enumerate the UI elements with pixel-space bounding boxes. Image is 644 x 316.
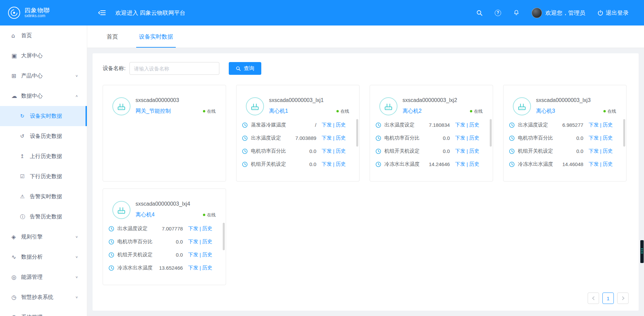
time-circle-icon xyxy=(509,122,515,128)
clock-icon: ◷ xyxy=(11,294,21,301)
sidebar-item-data-analysis[interactable]: ∿ 数据分析 ∨ xyxy=(0,247,87,267)
action-divider: | xyxy=(200,252,201,258)
search-button[interactable]: 查询 xyxy=(229,62,261,75)
sidebar-item-alarm-realtime-data[interactable]: ⚠ 告警实时数据 xyxy=(0,187,87,207)
sidebar-item-device-history-data[interactable]: ↺ 设备历史数据 xyxy=(0,126,87,146)
send-link[interactable]: 下发 xyxy=(455,161,465,167)
data-row: 蒸发器冷媒温度 / 下发|历史 xyxy=(236,118,359,131)
history-link[interactable]: 历史 xyxy=(202,252,212,258)
send-link[interactable]: 下发 xyxy=(589,161,599,167)
send-link[interactable]: 下发 xyxy=(455,122,465,128)
action-divider: | xyxy=(333,161,334,167)
send-link[interactable]: 下发 xyxy=(589,122,599,128)
page-number-button[interactable]: 1 xyxy=(602,293,614,304)
sidebar-item-product-center[interactable]: ⊞ 产品中心 ∨ xyxy=(0,66,87,86)
status-text: 在线 xyxy=(474,108,483,114)
action-divider: | xyxy=(600,122,601,128)
filter-row: 设备名称: 查询 xyxy=(103,62,629,75)
history-link[interactable]: 历史 xyxy=(469,161,479,167)
page-scrollbar[interactable] xyxy=(640,0,644,316)
user-menu[interactable]: 欢迎您，管理员 xyxy=(532,8,585,18)
row-label: 机组开关机设定 xyxy=(251,161,286,167)
send-link[interactable]: 下发 xyxy=(322,148,332,154)
sidebar-item-label: 规则引擎 xyxy=(21,233,43,241)
sidebar-item-home[interactable]: ⌂ 首页 xyxy=(0,25,87,46)
device-name-link[interactable]: 网关_节能控制 xyxy=(136,108,171,115)
send-link[interactable]: 下发 xyxy=(455,148,465,154)
send-link[interactable]: 下发 xyxy=(589,148,599,154)
logout-button[interactable]: 退出登录 xyxy=(597,9,629,17)
chevron-down-icon: ∨ xyxy=(75,275,78,279)
device-name-input[interactable] xyxy=(129,62,219,75)
scrollbar-thumb[interactable] xyxy=(640,240,644,263)
send-link[interactable]: 下发 xyxy=(589,135,599,141)
row-label: 蒸发器冷媒温度 xyxy=(251,122,286,128)
history-link[interactable]: 历史 xyxy=(469,135,479,141)
card-scrollbar-thumb[interactable] xyxy=(356,119,358,147)
send-link[interactable]: 下发 xyxy=(322,161,332,167)
power-icon xyxy=(597,10,603,16)
sidebar-item-alarm-history-data[interactable]: ⓘ 告警历史数据 xyxy=(0,207,87,227)
menu-fold-icon[interactable] xyxy=(98,9,106,16)
tab-device-realtime-data[interactable]: 设备实时数据 xyxy=(138,25,174,48)
history-link[interactable]: 历史 xyxy=(603,122,613,128)
history-link[interactable]: 历史 xyxy=(336,161,346,167)
next-page-button[interactable] xyxy=(617,293,629,304)
status-badge: 在线 xyxy=(470,108,483,114)
time-circle-icon xyxy=(108,239,114,245)
history-link[interactable]: 历史 xyxy=(202,265,212,271)
help-icon[interactable] xyxy=(495,10,501,16)
device-name-link[interactable]: 离心机2 xyxy=(402,108,422,115)
sidebar-item-smart-meter-system[interactable]: ◷ 智慧抄表系统 ∨ xyxy=(0,287,87,307)
search-icon[interactable] xyxy=(476,10,483,16)
row-value: 0.0 xyxy=(576,135,583,141)
history-link[interactable]: 历史 xyxy=(603,161,613,167)
send-link[interactable]: 下发 xyxy=(188,239,198,245)
row-label: 机组开关机设定 xyxy=(518,148,553,154)
send-link[interactable]: 下发 xyxy=(188,225,198,232)
history-link[interactable]: 历史 xyxy=(603,148,613,154)
send-link[interactable]: 下发 xyxy=(188,265,198,271)
send-link[interactable]: 下发 xyxy=(322,135,332,141)
sidebar-item-label: 告警实时数据 xyxy=(30,193,62,200)
sidebar-item-data-center[interactable]: ☁ 数据中心 ∧ xyxy=(0,86,87,106)
prev-page-button[interactable] xyxy=(588,293,599,304)
history-link[interactable]: 历史 xyxy=(469,148,479,154)
sidebar-item-label: 产品中心 xyxy=(21,72,43,80)
sidebar-item-big-screen[interactable]: ▣ 大屏中心 xyxy=(0,46,87,66)
history-link[interactable]: 历史 xyxy=(469,122,479,128)
history-link[interactable]: 历史 xyxy=(336,148,346,154)
time-circle-icon xyxy=(509,161,515,167)
data-row: 电机功率百分比 0.0 下发|历史 xyxy=(503,131,626,145)
history-link[interactable]: 历史 xyxy=(202,225,212,232)
avatar[interactable] xyxy=(532,8,542,18)
data-row: 出水温度设定 6.985277 下发|历史 xyxy=(503,118,626,131)
sidebar-item-rule-engine[interactable]: ◈ 规则引擎 ∨ xyxy=(0,227,87,247)
sidebar-item-energy-management[interactable]: ◎ 能源管理 ∨ xyxy=(0,267,87,287)
row-label: 出水温度设定 xyxy=(117,225,148,232)
time-circle-icon xyxy=(375,135,381,141)
card-scrollbar-thumb[interactable] xyxy=(490,119,492,147)
send-link[interactable]: 下发 xyxy=(322,122,332,128)
row-value: 0.0 xyxy=(176,252,183,258)
card-scrollbar-thumb[interactable] xyxy=(623,119,625,147)
device-name-link[interactable]: 离心机4 xyxy=(136,211,155,218)
device-name-link[interactable]: 离心机1 xyxy=(269,108,288,115)
sidebar-item-downlink-history-data[interactable]: ☑ 下行历史数据 xyxy=(0,166,87,187)
action-divider: | xyxy=(467,122,468,128)
send-link[interactable]: 下发 xyxy=(188,252,198,258)
history-link[interactable]: 历史 xyxy=(336,135,346,141)
tab-home[interactable]: 首页 xyxy=(106,25,119,48)
bell-icon[interactable] xyxy=(513,9,520,16)
history-link[interactable]: 历史 xyxy=(202,239,212,245)
sidebar-item-system-management[interactable]: ⚙ 系统管理 ∨ xyxy=(0,307,87,316)
card-scrollbar-thumb[interactable] xyxy=(223,223,225,250)
sidebar-item-uplink-history-data[interactable]: ↥ 上行历史数据 xyxy=(0,146,87,166)
device-name-link[interactable]: 离心机3 xyxy=(536,108,555,115)
uplink-icon: ↥ xyxy=(20,153,30,159)
history-link[interactable]: 历史 xyxy=(603,135,613,141)
send-link[interactable]: 下发 xyxy=(455,135,465,141)
sidebar-item-device-realtime-data[interactable]: ↻ 设备实时数据 xyxy=(0,106,87,126)
history-link[interactable]: 历史 xyxy=(336,122,346,128)
row-value: 0.0 xyxy=(576,148,583,154)
